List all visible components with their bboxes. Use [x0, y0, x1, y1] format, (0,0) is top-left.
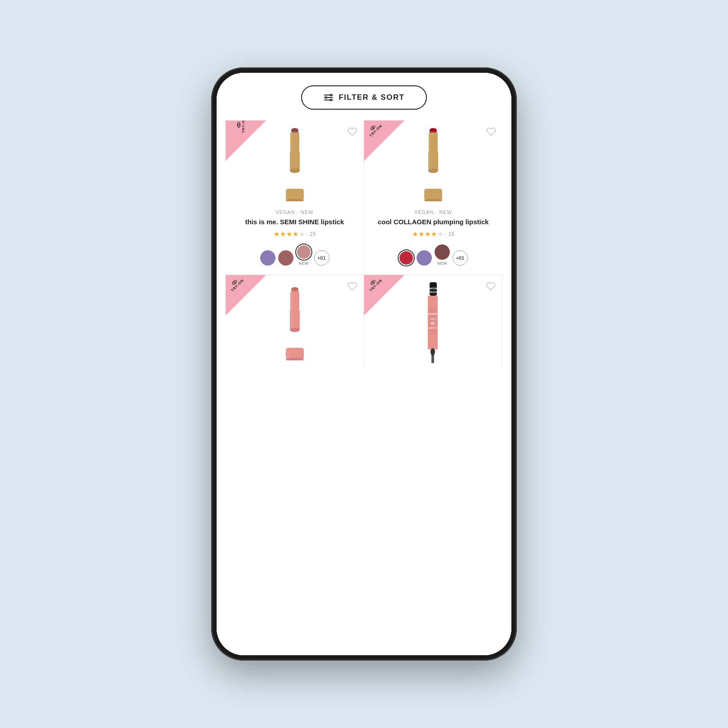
swatch-label-1c: NEW: [298, 261, 309, 266]
tryon-badge-3[interactable]: TRY-ON: [226, 275, 266, 315]
stars-row-1: ★ ★ ★ ★ ★ · 15: [231, 230, 358, 238]
star2-2: ★: [418, 230, 424, 238]
swatch-more-wrapper-1[interactable]: +01: [314, 250, 329, 266]
star2-3: ★: [425, 230, 431, 238]
filter-sort-button[interactable]: FILTER & SORT: [301, 85, 427, 110]
swatch-wrapper-1b[interactable]: [278, 250, 293, 266]
filter-sort-bar: FILTER & SORT: [226, 85, 502, 110]
product-card-4[interactable]: TRY-ON: [364, 275, 502, 368]
svg-point-11: [291, 128, 298, 132]
svg-point-33: [291, 287, 298, 291]
filter-sort-label: FILTER & SORT: [339, 93, 405, 102]
svg-rect-35: [291, 292, 293, 309]
swatches-row-2: NEW +01: [369, 244, 497, 266]
svg-text:essence: essence: [428, 312, 438, 315]
svg-text:WATER: WATER: [428, 287, 438, 290]
star-3: ★: [286, 230, 292, 238]
swatch-label-2c: NEW: [437, 261, 448, 266]
swatch-wrapper-2a[interactable]: [399, 250, 414, 266]
tryon-badge-1[interactable]: TRY-ON: [226, 120, 266, 161]
swatch-2a[interactable]: [399, 250, 414, 266]
svg-text:STAY: STAY: [430, 318, 436, 320]
filter-icon: [324, 93, 333, 102]
lipstick-cap-svg-1: [285, 189, 305, 201]
star-5: ★: [299, 230, 305, 238]
phone-screen: FILTER & SORT: [217, 73, 511, 655]
svg-rect-18: [286, 189, 289, 200]
tryon-badge-2[interactable]: TRY-ON: [364, 120, 404, 161]
svg-rect-13: [291, 133, 293, 150]
svg-point-9: [238, 124, 240, 126]
swatch-wrapper-1c[interactable]: NEW: [296, 244, 311, 266]
swatch-more-2[interactable]: +01: [453, 250, 468, 266]
swatches-row-1: NEW +01: [231, 244, 358, 266]
lipstick-cap-svg-2: [423, 189, 443, 201]
svg-point-38: [290, 328, 300, 332]
product-grid: TRY-ON: [226, 120, 502, 368]
stars-1: ★ ★ ★ ★ ★: [274, 230, 305, 238]
review-dot-2: ·: [445, 231, 446, 237]
swatch-wrapper-2b[interactable]: [417, 250, 432, 266]
product-card-1[interactable]: TRY-ON: [226, 120, 364, 275]
swatch-more-wrapper-2[interactable]: +01: [453, 250, 468, 266]
star-1: ★: [274, 230, 280, 238]
lipstick-svg-2: [422, 128, 444, 186]
review-count-1: ·: [306, 231, 308, 237]
svg-text:8h: 8h: [431, 322, 435, 325]
svg-text:MATTE: MATTE: [429, 327, 437, 329]
lipstick-svg-3: [284, 287, 306, 345]
star-2: ★: [280, 230, 286, 238]
screen-content: FILTER & SORT: [217, 73, 511, 655]
lipstick-svg-1: [284, 128, 306, 186]
review-number-1: 15: [310, 231, 315, 237]
svg-rect-15: [290, 151, 292, 170]
svg-point-53: [431, 348, 435, 355]
product-name-1: this is me. SEMI SHINE lipstick: [231, 218, 358, 226]
lipstick-cap-svg-3: [285, 348, 305, 360]
swatch-more-1[interactable]: +01: [314, 250, 329, 266]
mascara-svg: WATER PROOF essence STAY 8h MATTE: [421, 282, 445, 365]
tryon-badge-4[interactable]: TRY-ON: [364, 275, 404, 315]
star2-1: ★: [412, 230, 418, 238]
svg-rect-26: [429, 151, 431, 170]
swatch-2c[interactable]: [435, 244, 450, 260]
svg-text:PROOF: PROOF: [428, 291, 438, 293]
review-number-2: 15: [448, 231, 454, 237]
stars-row-2: ★ ★ ★ ★ ★ · 15: [369, 230, 497, 238]
swatch-wrapper-1a[interactable]: [260, 250, 275, 266]
swatch-1a[interactable]: [260, 250, 275, 266]
swatch-wrapper-2c[interactable]: NEW: [435, 244, 450, 266]
product-tags-1: VEGAN · NEW: [231, 209, 358, 215]
product-card-2[interactable]: TRY-ON: [364, 120, 502, 275]
product-card-3[interactable]: TRY-ON: [226, 275, 364, 368]
star2-4: ★: [431, 230, 437, 238]
svg-point-22: [430, 128, 437, 132]
swatch-1c[interactable]: [296, 244, 311, 260]
product-name-2: cool COLLAGEN plumping lipstick: [369, 218, 497, 226]
svg-rect-37: [290, 310, 292, 329]
phone-frame: FILTER & SORT: [211, 67, 517, 661]
svg-rect-47: [429, 307, 437, 334]
svg-rect-29: [425, 189, 427, 200]
svg-point-27: [428, 169, 438, 173]
swatch-1b[interactable]: [278, 250, 293, 266]
svg-rect-24: [429, 133, 431, 150]
product-tags-2: VEGAN · NEW: [369, 209, 497, 215]
swatch-2b[interactable]: [417, 250, 432, 266]
star-4: ★: [293, 230, 298, 238]
stars-2: ★ ★ ★ ★ ★: [412, 230, 443, 238]
svg-rect-40: [286, 348, 289, 359]
svg-point-16: [290, 169, 300, 173]
star2-5: ★: [437, 230, 443, 238]
